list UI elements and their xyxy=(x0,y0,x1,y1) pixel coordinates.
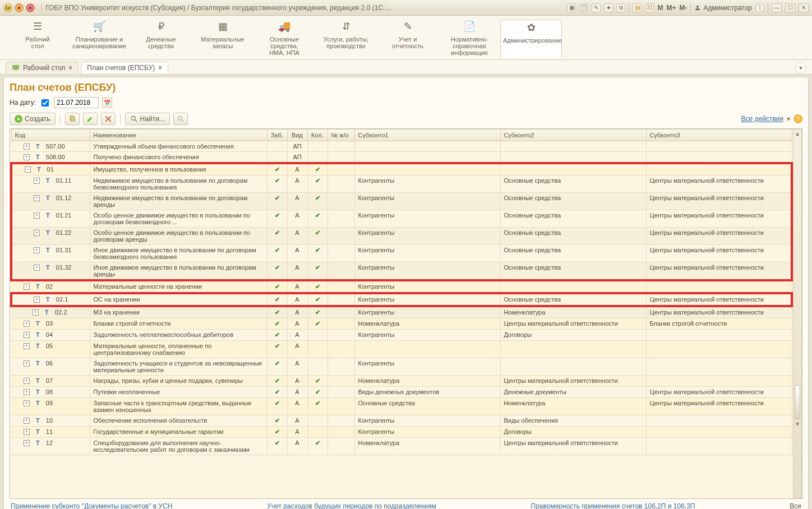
tree-toggle-icon[interactable]: + xyxy=(34,265,40,271)
tree-toggle-icon[interactable]: + xyxy=(24,400,30,406)
clear-find-button[interactable] xyxy=(173,113,188,125)
tree-toggle-icon[interactable]: + xyxy=(24,429,30,435)
nav-item[interactable]: ✎Учет иотчетность xyxy=(377,19,439,57)
tree-toggle-icon[interactable]: + xyxy=(34,178,40,184)
table-row[interactable]: + Т 09 Запасные части к транспортным сре… xyxy=(11,398,792,415)
tree-toggle-icon[interactable]: + xyxy=(33,309,39,316)
col-header[interactable]: Кол. xyxy=(307,129,327,141)
scrollbar-vertical[interactable]: ▴ ▾ xyxy=(793,129,802,498)
dropdown-tabs-icon[interactable]: ▾ xyxy=(795,62,806,73)
nav-item[interactable]: ⇵Услуги, работы,производство xyxy=(315,19,377,57)
toolbar-icon[interactable]: ⧉ xyxy=(616,3,625,12)
toolbar-icon[interactable]: ▦ xyxy=(567,3,576,12)
link-accounts-106[interactable]: Правомерность применения счетов 106.2П и… xyxy=(531,502,695,509)
table-row[interactable]: + Т 507.00 Утвержденный объем финансовог… xyxy=(11,141,792,152)
tab-close-icon[interactable]: × xyxy=(158,64,162,72)
m-button[interactable]: M xyxy=(657,4,663,12)
dropdown-icon[interactable]: ▾ xyxy=(787,115,790,123)
info-icon[interactable]: i xyxy=(755,3,764,12)
tree-toggle-icon[interactable]: + xyxy=(24,378,30,384)
tree-toggle-icon[interactable]: + xyxy=(24,418,30,424)
window-btn-icon[interactable]: ● xyxy=(26,3,35,12)
maximize-button[interactable]: ☐ xyxy=(785,3,795,12)
link-all[interactable]: Все xyxy=(790,502,801,509)
user-label[interactable]: Администратор xyxy=(694,4,752,12)
all-actions-button[interactable]: Все действия xyxy=(741,115,783,123)
nav-item[interactable]: 📄Нормативно-справочнаяинформация xyxy=(439,19,500,57)
edit-button[interactable] xyxy=(83,113,98,125)
date-enabled-checkbox[interactable] xyxy=(41,99,49,107)
tree-toggle-icon[interactable]: + xyxy=(34,195,40,201)
tree-toggle-icon[interactable]: + xyxy=(34,297,40,303)
table-row[interactable]: − Т 02 Материальные ценности на хранении… xyxy=(11,280,792,293)
table-row[interactable]: + Т 12 Спецоборудование для выполнения н… xyxy=(11,438,792,455)
tree-toggle-icon[interactable]: − xyxy=(24,284,30,290)
table-row[interactable]: + Т 11 Государственные и муниципальные г… xyxy=(11,427,792,438)
tree-toggle-icon[interactable]: + xyxy=(34,230,40,236)
table-row[interactable]: + Т 02.1 ОС на хранении ✔ А ✔ Контрагент… xyxy=(11,293,792,306)
scrollbar-thumb[interactable] xyxy=(795,385,800,419)
help-button[interactable]: ? xyxy=(793,114,802,123)
table-row[interactable]: + Т 10 Обеспечение исполнения обязательс… xyxy=(11,415,792,427)
col-header[interactable]: Вид xyxy=(287,129,307,141)
col-header[interactable]: Заб. xyxy=(267,129,287,141)
tree-toggle-icon[interactable]: + xyxy=(24,321,30,327)
link-usn[interactable]: Применение субконто "Документы расчетов"… xyxy=(11,502,173,509)
date-input[interactable] xyxy=(54,97,99,108)
copy-button[interactable] xyxy=(65,113,80,125)
tree-toggle-icon[interactable]: + xyxy=(24,389,30,395)
tree-toggle-icon[interactable]: + xyxy=(24,154,30,160)
table-row[interactable]: + Т 03 Бланки строгой отчетности ✔ А ✔ Н… xyxy=(11,318,792,330)
nav-item[interactable]: ₽Денежныесредства xyxy=(130,19,192,57)
table-row[interactable]: + Т 02.2 МЗ на хранении ✔ А ✔ Контрагент… xyxy=(11,306,792,318)
col-header[interactable]: Код xyxy=(11,129,90,141)
tab-chart-of-accounts[interactable]: План счетов (ЕПСБУ) × xyxy=(81,62,168,73)
calendar-icon[interactable]: 31 xyxy=(645,3,654,12)
find-button[interactable]: Найти... xyxy=(125,113,170,125)
tree-toggle-icon[interactable]: + xyxy=(24,144,30,150)
tree-toggle-icon[interactable]: + xyxy=(34,212,40,219)
table-row[interactable]: + Т 08 Путевки неоплаченные ✔ А ✔ Виды д… xyxy=(11,387,792,398)
tree-toggle-icon[interactable]: + xyxy=(24,440,30,446)
table-row[interactable]: + Т 01.21 Особо ценное движимое имуществ… xyxy=(11,210,792,228)
table-row[interactable]: + Т 01.32 Иное движимое имущество в поль… xyxy=(11,262,792,281)
col-header[interactable]: Субконто3 xyxy=(646,129,792,141)
m-plus-button[interactable]: M+ xyxy=(666,4,676,12)
table-row[interactable]: − Т 01 Имущество, полученное в пользован… xyxy=(11,163,792,175)
tree-toggle-icon[interactable]: + xyxy=(24,343,30,349)
table-row[interactable]: + Т 01.22 Особо ценное движимое имуществ… xyxy=(11,228,792,245)
table-row[interactable]: + Т 01.31 Иное движимое имущество в поль… xyxy=(11,245,792,262)
star-icon[interactable]: ★ xyxy=(604,3,613,12)
col-header[interactable]: Субконто1 xyxy=(354,129,500,141)
table-row[interactable]: + Т 01.11 Недвижимое имущество в пользов… xyxy=(11,175,792,193)
toolbar-icon[interactable]: 📋 xyxy=(579,3,588,12)
calc-icon[interactable]: ▤ xyxy=(633,3,642,12)
tree-toggle-icon[interactable]: − xyxy=(25,166,31,173)
m-minus-button[interactable]: M- xyxy=(679,4,687,12)
logo-1c-icon[interactable]: 1c xyxy=(3,3,12,12)
calendar-picker-icon[interactable]: 📅 xyxy=(102,98,112,108)
window-btn-icon[interactable]: ● xyxy=(15,3,24,12)
table-row[interactable]: + Т 06 Задолженность учащихся и студенто… xyxy=(11,358,792,376)
tree-toggle-icon[interactable]: + xyxy=(34,247,40,253)
minimize-button[interactable]: — xyxy=(772,3,782,12)
nav-item[interactable]: ☰Рабочийстол xyxy=(7,19,68,57)
nav-item[interactable]: ✿Администрирование xyxy=(500,20,562,58)
create-button[interactable]: +Создать xyxy=(10,113,56,125)
tab-desktop[interactable]: Рабочий стол × xyxy=(6,62,79,73)
nav-item[interactable]: 🛒Планирование исанкционирование xyxy=(68,19,130,57)
delete-button[interactable] xyxy=(101,113,116,125)
link-future-expenses[interactable]: Учет расходов будущих периодов по подраз… xyxy=(267,502,436,509)
tree-toggle-icon[interactable]: + xyxy=(24,332,30,338)
table-row[interactable]: + Т 508.00 Получено финансового обеспече… xyxy=(11,152,792,164)
table-row[interactable]: + Т 07 Награды, призы, кубки и ценные по… xyxy=(11,376,792,387)
toolbar-icon[interactable]: ✎ xyxy=(592,3,601,12)
tree-toggle-icon[interactable]: + xyxy=(24,360,30,367)
table-row[interactable]: + Т 01.12 Недвижимое имущество в пользов… xyxy=(11,193,792,210)
table-row[interactable]: + Т 05 Материальные ценности, оплаченные… xyxy=(11,341,792,358)
table-row[interactable]: + Т 04 Задолженность неплатежеспособных … xyxy=(11,330,792,341)
col-header[interactable]: № ж/о xyxy=(327,129,354,141)
tab-close-icon[interactable]: × xyxy=(68,64,72,72)
close-button[interactable]: ✕ xyxy=(799,3,809,12)
nav-item[interactable]: ▦Материальныезапасы xyxy=(192,19,253,57)
